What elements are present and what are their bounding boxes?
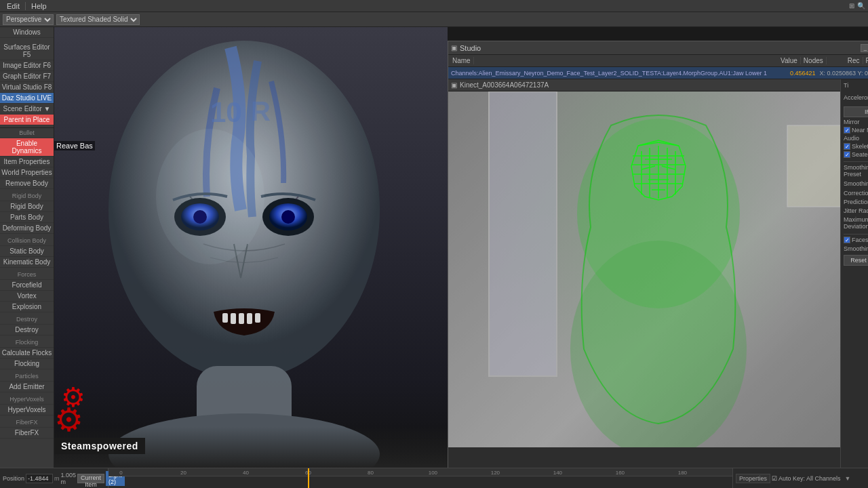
faces-smoothing-row: Smoothing <box>844 245 868 253</box>
mode-select[interactable]: Perspective <box>3 14 54 25</box>
studio-channel-row[interactable]: Channels:Alien_Emissary_Neyron_Demo_Face… <box>448 67 868 79</box>
sidebar-btn-bullet: Bullet <box>0 128 54 138</box>
sidebar-btn-studiolive[interactable]: Daz Studio LIVE <box>0 93 54 104</box>
sidebar-btn-virtual[interactable]: Virtual Studio F8 <box>0 82 54 93</box>
sidebar-btn-vortex[interactable]: Vortex <box>0 291 54 302</box>
ir-button[interactable]: IR <box>844 106 868 117</box>
max-deviation-label: Maximum Deviation <box>844 216 868 230</box>
seated-label: Seated <box>852 151 868 158</box>
timeline-track[interactable]: 0 20 40 60 80 100 120 140 160 180 <box>108 468 732 488</box>
svg-text:R: R <box>251 96 271 126</box>
near-mode-row[interactable]: ✓ Near Mode <box>844 127 868 134</box>
menu-sep <box>25 2 26 10</box>
faces-row[interactable]: ✓ Faces <box>844 237 868 243</box>
sidebar-btn-forcefield[interactable]: Forcefield <box>0 280 54 291</box>
sidebar-btn-hypervoxels-label: HyperVoxels <box>0 394 54 405</box>
sidebar-btn-flocking[interactable]: Flocking <box>0 359 54 369</box>
smoothing-label: Smoothing <box>844 180 868 187</box>
timeline-y-value: 1.005 m <box>61 472 77 485</box>
sidebar-btn-fiberfx[interactable]: FiberFX <box>0 428 54 439</box>
main-toolbar: Perspective Textured Shaded Solid <box>0 12 868 27</box>
sidebar-btn-item-properties[interactable]: Item Properties <box>0 157 54 167</box>
sidebar-btn-explosion[interactable]: Explosion <box>0 302 54 312</box>
timeline-current-btn[interactable]: Current Item <box>77 474 104 483</box>
sidebar-btn-windows[interactable]: Windows <box>0 27 54 38</box>
seated-checkbox[interactable]: ✓ <box>844 151 850 158</box>
shading-select[interactable]: Textured Shaded Solid <box>56 14 140 25</box>
max-deviation-row: Maximum Deviation <box>844 216 868 230</box>
menu-edit[interactable]: Edit <box>3 2 24 10</box>
sidebar-btn-remove-body[interactable]: Remove Body <box>0 178 54 189</box>
smoothing-row: Smoothing <box>844 180 868 188</box>
jitter-radius-label: Jitter Radius <box>844 207 868 214</box>
channel-name: Channels:Alien_Emissary_Neyron_Demo_Face… <box>451 70 785 77</box>
window-minimize-btn[interactable]: _ <box>861 44 868 52</box>
tick-140: 140 <box>553 470 562 476</box>
smoothing-preset-row: Smoothing Preset <box>844 164 868 178</box>
near-mode-checkbox[interactable]: ✓ <box>844 127 850 134</box>
menu-help[interactable]: Help <box>27 2 51 10</box>
faces-smoothing-label: Smoothing <box>844 245 868 252</box>
studio-title: Studio <box>460 44 859 52</box>
kinect-viewport[interactable] <box>448 92 842 447</box>
tick-0: 0 <box>119 470 122 476</box>
col-play[interactable]: Play <box>863 57 868 64</box>
prediction-label: Prediction <box>844 199 868 205</box>
sidebar-btn-parts-body[interactable]: Parts Body <box>0 212 54 223</box>
smoothing-preset-label: Smoothing Preset <box>844 164 868 178</box>
timeline-auto-key-label: Auto Key: All Channels <box>778 475 841 482</box>
sidebar-btn-particles-label: Particles <box>0 371 54 382</box>
kinect-label: Kinect_A003664A06472137A <box>460 81 549 89</box>
seated-row[interactable]: ✓ Seated <box>844 151 868 158</box>
sidebar-btn-calculate-flocks[interactable]: Calculate Flocks <box>0 348 54 359</box>
svg-rect-12 <box>247 313 252 324</box>
timeline-x-value[interactable] <box>26 474 53 483</box>
sidebar-btn-rigid-body[interactable]: Rigid Body <box>0 201 54 212</box>
correction-label: Correction <box>844 190 868 197</box>
sidebar-btn-add-emitter[interactable]: Add Emitter <box>0 382 54 392</box>
sidebar-btn-destroy[interactable]: Destroy <box>0 325 54 336</box>
col-name: Name <box>450 57 474 64</box>
sidebar-btn-rigid-body-label: Rigid Body <box>0 191 54 201</box>
main-viewport[interactable]: 10 R Reave Bas ▣ Studio _ □ ✕ Name Value… <box>54 27 868 468</box>
studio-window[interactable]: ▣ Studio _ □ ✕ Name Value Nodes Rec Play… <box>448 41 868 468</box>
near-mode-label: Near Mode <box>852 127 868 134</box>
sidebar-btn-surfaces[interactable]: Surfaces Editor F5 <box>0 42 54 60</box>
col-rec: Rec <box>845 57 863 64</box>
svg-rect-11 <box>239 313 244 324</box>
timeline-right-controls: Properties ☑ Auto Key: All Channels ▼ <box>732 468 868 488</box>
timeline-playhead[interactable] <box>308 468 309 488</box>
svg-rect-13 <box>255 313 260 323</box>
timeline-position-label: Position <box>3 475 24 482</box>
reset-faces-button[interactable]: Reset Faces <box>844 255 868 266</box>
icon-search[interactable]: 🔍 <box>857 2 865 9</box>
sidebar-btn-world-properties[interactable]: World Properties <box>0 167 54 178</box>
skeletons-row[interactable]: ✓ Skeletons <box>844 143 868 150</box>
sidebar-btn-destroy-label: Destroy <box>0 314 54 325</box>
col-nodes: Nodes <box>801 57 827 64</box>
skeletons-checkbox[interactable]: ✓ <box>844 143 850 150</box>
icon-grid[interactable]: ⊞ <box>849 2 854 9</box>
faces-label: Faces <box>852 237 868 243</box>
sidebar-btn-parent[interactable]: Parent in Place <box>0 115 54 125</box>
sidebar-btn-deforming-body[interactable]: Deforming Body <box>0 223 54 234</box>
sidebar-btn-kinematic-body[interactable]: Kinematic Body <box>0 257 54 268</box>
kinect-bar[interactable]: ▣ Kinect_A003664A06472137A <box>448 79 868 92</box>
timeline-dropdown-icon[interactable]: ▼ <box>845 475 851 482</box>
tick-80: 80 <box>368 470 374 476</box>
audio-label: Audio <box>844 135 859 142</box>
accelerometer-label: Accelerometer <box>844 94 868 101</box>
faces-checkbox[interactable]: ✓ <box>844 237 850 243</box>
col-value: Value <box>778 57 801 64</box>
sidebar-btn-graph[interactable]: Graph Editor F7 <box>0 71 54 82</box>
sidebar-btn-static-body[interactable]: Static Body <box>0 246 54 257</box>
svg-point-8 <box>281 210 295 224</box>
sidebar-btn-enable-dynamics[interactable]: Enable Dynamics <box>0 138 54 157</box>
timeline-properties-btn[interactable]: Properties <box>736 474 770 483</box>
sidebar-btn-image[interactable]: Image Editor F6 <box>0 60 54 71</box>
sidebar-btn-scene[interactable]: Scene Editor ▼ <box>0 104 54 115</box>
sidebar-btn-hypervoxels[interactable]: HyperVoxels <box>0 405 54 415</box>
svg-text:10: 10 <box>210 96 242 128</box>
timeline-unit: m <box>54 475 60 482</box>
timeline-ruler: 0 20 40 60 80 100 120 140 160 180 <box>108 468 732 476</box>
